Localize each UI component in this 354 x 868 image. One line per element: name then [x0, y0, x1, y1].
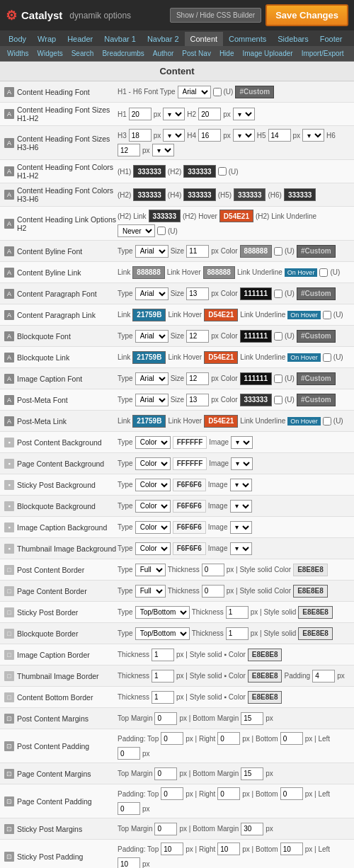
nav-tab2-author[interactable]: Author	[149, 47, 178, 59]
blockquote-link-checkbox[interactable]	[323, 353, 331, 362]
byline-font-select[interactable]: Arial	[135, 245, 169, 258]
h2-underline-select[interactable]: Never	[118, 224, 155, 237]
sticky-pad-left-input[interactable]	[118, 857, 140, 868]
heading-font-checkbox[interactable]	[213, 88, 222, 96]
blockquote-bg-image-select[interactable]: ▾	[230, 500, 252, 513]
para-link-checkbox[interactable]	[323, 311, 331, 319]
h2-color-btn[interactable]: 333333	[183, 165, 215, 178]
post-bg-color-btn[interactable]: FFFFFF	[173, 436, 207, 449]
post-margin-top-input[interactable]	[154, 712, 177, 725]
nav-tab-header[interactable]: Header	[62, 32, 98, 46]
page-border-thickness-input[interactable]	[202, 585, 224, 598]
content-bottom-border-color-btn[interactable]: E8E8E8	[248, 691, 282, 704]
thumbnail-bg-type-select[interactable]: Color	[135, 542, 171, 555]
nav-tab-navbar1[interactable]: Navbar 1	[98, 32, 142, 46]
post-border-color-btn[interactable]: E8E8E8	[293, 564, 328, 576]
page-pad-left-input[interactable]	[118, 802, 140, 815]
para-size-input[interactable]	[186, 287, 209, 300]
caption-border-thickness-input[interactable]	[152, 649, 174, 661]
heading-colors-checkbox[interactable]	[218, 167, 227, 176]
nav-tab2-widgets[interactable]: Widgets	[33, 47, 67, 59]
h2-link-color-btn[interactable]: 333333	[149, 210, 181, 222]
sticky-border-type-select[interactable]: Top/Bottom	[135, 606, 190, 619]
h6-color-btn[interactable]: 333333	[284, 188, 316, 201]
save-changes-button[interactable]: Save Changes	[266, 4, 348, 26]
postmeta-custom-btn[interactable]: #Custom	[297, 394, 336, 406]
post-bg-type-select[interactable]: Color	[135, 436, 171, 449]
h6-unit-select[interactable]: ▾	[152, 144, 174, 156]
thumbnail-padding-input[interactable]	[312, 670, 335, 683]
byline-font-checkbox[interactable]	[274, 247, 282, 256]
byline-link-checkbox[interactable]	[319, 268, 328, 277]
caption-bg-image-select[interactable]: ▾	[230, 521, 252, 534]
nav-tab2-search[interactable]: Search	[67, 47, 98, 59]
blockquote-link-btn[interactable]: 21759B	[132, 351, 166, 364]
sticky-border-color-btn[interactable]: E8E8E8	[298, 606, 333, 619]
nav-tab-body[interactable]: Body	[3, 32, 32, 46]
thumbnail-border-color-btn[interactable]: E8E8E8	[248, 670, 282, 683]
caption-color-btn[interactable]: 111111	[240, 372, 272, 385]
sticky-margin-bottom-input[interactable]	[241, 823, 263, 835]
show-hide-css-button[interactable]: Show / Hide CSS Builder	[170, 8, 261, 23]
nav-tab-navbar2[interactable]: Navbar 2	[142, 32, 185, 46]
sticky-border-thickness-input[interactable]	[226, 606, 249, 619]
postmeta-link-btn[interactable]: 21759B	[132, 415, 166, 428]
blockquote-hover-btn[interactable]: D54E21	[204, 351, 238, 364]
postmeta-font-checkbox[interactable]	[274, 396, 282, 404]
postmeta-link-checkbox[interactable]	[323, 417, 331, 426]
nav-tab2-hide[interactable]: Hide	[215, 47, 239, 59]
blockquote-custom-btn[interactable]: #Custom	[297, 330, 336, 343]
h4-unit-select[interactable]: ▾	[233, 129, 255, 142]
h5-color-btn[interactable]: 333333	[234, 188, 266, 201]
byline-link-hover-btn[interactable]: 888888	[203, 266, 235, 279]
caption-bg-color-btn[interactable]: F6F6F6	[173, 521, 206, 534]
h2-size-input[interactable]	[198, 108, 221, 120]
caption-font-select[interactable]: Arial	[135, 372, 169, 385]
page-margin-bottom-input[interactable]	[241, 767, 263, 780]
para-link-color-btn[interactable]: 21759B	[132, 309, 166, 321]
post-pad-bottom-input[interactable]	[280, 732, 303, 745]
para-font-select[interactable]: Arial	[135, 287, 169, 300]
h3-unit-select[interactable]: ▾	[163, 129, 185, 142]
h1-color-btn[interactable]: 333333	[133, 165, 165, 178]
nav-tab2-imageuploader[interactable]: Image Uploader	[238, 47, 297, 59]
postmeta-hover-btn[interactable]: D54E21	[204, 415, 238, 428]
sticky-margin-top-input[interactable]	[154, 823, 177, 835]
page-border-type-select[interactable]: Full	[135, 585, 166, 598]
sticky-pad-right-input[interactable]	[217, 843, 240, 855]
page-pad-bottom-input[interactable]	[280, 787, 303, 800]
page-margin-top-input[interactable]	[154, 767, 177, 780]
nav-tab-content[interactable]: Content	[185, 32, 224, 46]
blockquote-font-select[interactable]: Arial	[135, 330, 169, 343]
h1-unit-select[interactable]: ▾	[163, 108, 185, 120]
post-margin-bottom-input[interactable]	[241, 712, 263, 725]
h3-size-input[interactable]	[129, 129, 152, 142]
caption-border-color-btn[interactable]: E8E8E8	[248, 649, 282, 661]
thumbnail-bg-image-select[interactable]: ▾	[230, 542, 252, 555]
postmeta-size-input[interactable]	[186, 394, 209, 406]
nav-tab2-widths[interactable]: Widths	[3, 47, 33, 59]
h2-hover-color-btn[interactable]: D54E21	[219, 210, 253, 222]
blockquote-size-input[interactable]	[186, 330, 209, 343]
h4-size-input[interactable]	[198, 129, 221, 142]
blockquote-color-btn[interactable]: 111111	[240, 330, 272, 343]
byline-color-btn[interactable]: 888888	[240, 245, 272, 258]
postmeta-font-select[interactable]: Arial	[135, 394, 169, 406]
byline-size-input[interactable]	[186, 245, 209, 258]
blockquote-border-thickness-input[interactable]	[226, 627, 249, 640]
h5-size-input[interactable]	[268, 129, 291, 142]
byline-custom-btn[interactable]: #Custom	[297, 245, 336, 258]
blockquote-bg-type-select[interactable]: Color	[135, 500, 171, 513]
heading-font-select[interactable]: Arial	[178, 86, 211, 98]
blockquote-border-type-select[interactable]: Top/Bottom	[135, 627, 190, 640]
h5-unit-select[interactable]: ▾	[302, 129, 324, 142]
thumbnail-border-thickness-input[interactable]	[152, 670, 174, 683]
nav-tab-wrap[interactable]: Wrap	[32, 32, 62, 46]
postmeta-color-btn[interactable]: 333333	[240, 394, 272, 406]
heading-font-custom-btn[interactable]: #Custom	[235, 86, 274, 98]
post-border-thickness-input[interactable]	[202, 564, 224, 576]
thumbnail-bg-color-btn[interactable]: F6F6F6	[173, 542, 206, 555]
h2-unit-select[interactable]: ▾	[233, 108, 255, 120]
para-font-checkbox[interactable]	[274, 290, 282, 298]
post-pad-left-input[interactable]	[118, 747, 140, 760]
